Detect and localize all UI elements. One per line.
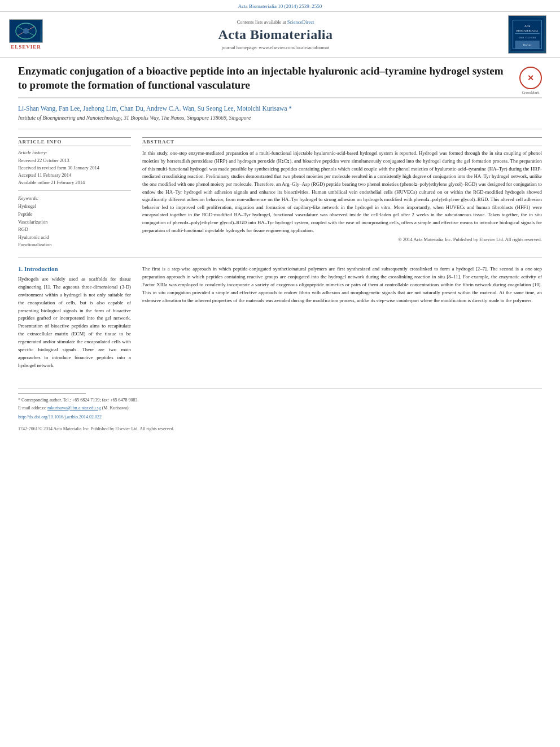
intro-heading: 1. Introduction (18, 265, 131, 272)
intro-paragraph-1: Hydrogels are widely used as scaffolds f… (18, 276, 131, 370)
footer-copyright: 1742-7061/© 2014 Acta Materialia Inc. Pu… (18, 426, 542, 431)
section-divider (18, 129, 542, 129)
received-date: Received 22 October 2013 (18, 157, 131, 164)
footer-links: http://dx.doi.org/10.1016/j.actbio.2014.… (18, 414, 542, 431)
abstract-copyright: © 2014 Acta Materialia Inc. Published by… (142, 237, 542, 242)
corresponding-note-text: * Corresponding author. Tel.: +65 6824 7… (18, 397, 138, 403)
sciencedirect-link[interactable]: ScienceDirect (287, 19, 314, 25)
keyword-rgd: RGD (18, 226, 131, 234)
corresponding-author-note: * Corresponding author. Tel.: +65 6824 7… (18, 397, 542, 403)
crossmark-label: CrossMark (519, 90, 542, 95)
intro-divider (18, 257, 542, 257)
svg-text:Acta: Acta (524, 24, 531, 28)
email-link[interactable]: mkurisawa@ibn.a-star.edu.sg (47, 405, 101, 410)
doi-link[interactable]: http://dx.doi.org/10.1016/j.actbio.2014.… (18, 414, 542, 420)
citation-bar: Acta Biomaterialia 10 (2014) 2539–2550 (0, 0, 560, 11)
keywords-title: Keywords: (18, 195, 131, 201)
article-title: Enzymatic conjugation of a bioactive pep… (18, 64, 519, 92)
accepted-date: Accepted 11 February 2014 (18, 172, 131, 179)
email-attribution: (M. Kurisawa). (102, 405, 130, 410)
abstract-text: In this study, one-step enzyme-mediated … (142, 150, 542, 234)
article-info-column: ARTICLE INFO Article history: Received 2… (18, 137, 131, 249)
page-footer: * Corresponding author. Tel.: +65 6824 7… (18, 388, 542, 437)
intro-left-col: 1. Introduction Hydrogels are widely use… (18, 265, 131, 373)
info-abstract-section: ARTICLE INFO Article history: Received 2… (18, 137, 542, 249)
journal-logo-right: Acta BIOMATERIALIA ISSN 1742-7061 Elsevi… (508, 15, 546, 54)
journal-homepage: journal homepage: www.elsevier.com/locat… (43, 45, 508, 50)
keyword-peptide: Peptide (18, 211, 131, 219)
elsevier-brand: ELSEVIER (11, 44, 41, 50)
main-content: Enzymatic conjugation of a bioactive pep… (0, 58, 560, 382)
crossmark-badge: CrossMark (519, 67, 542, 89)
keyword-hyaluronic: Hyaluronic acid (18, 234, 131, 242)
elsevier-logo-image (9, 19, 43, 43)
revised-date: Received in revised form 30 January 2014 (18, 164, 131, 172)
article-history: Article history: Received 22 October 201… (18, 150, 131, 186)
email-label: E-mail address: (18, 405, 46, 410)
crossmark-icon (519, 67, 542, 89)
affiliation: Institute of Bioengineering and Nanotech… (18, 115, 542, 121)
email-note: E-mail address: mkurisawa@ibn.a-star.edu… (18, 405, 542, 411)
footer-divider (18, 393, 86, 394)
journal-center: Contents lists available at ScienceDirec… (43, 19, 508, 50)
article-info-label: ARTICLE INFO (18, 137, 131, 146)
abstract-column: ABSTRACT In this study, one-step enzyme-… (142, 137, 542, 249)
svg-rect-9 (515, 33, 540, 34)
introduction-section: 1. Introduction Hydrogels are widely use… (18, 265, 542, 373)
keyword-vascularization: Vascularization (18, 219, 131, 226)
article-title-section: Enzymatic conjugation of a bioactive pep… (18, 64, 542, 98)
elsevier-logo: ELSEVIER (9, 19, 43, 50)
keyword-hydrogel: Hydrogel (18, 203, 131, 211)
svg-text:ISSN 1742-7061: ISSN 1742-7061 (519, 36, 536, 39)
keywords-section: Keywords: Hydrogel Peptide Vascularizati… (18, 195, 131, 249)
svg-text:Elsevier: Elsevier (523, 43, 532, 46)
journal-title: Acta Biomaterialia (43, 27, 508, 42)
intro-paragraph-2: The first is a step-wise approach in whi… (142, 265, 542, 304)
available-date: Available online 21 February 2014 (18, 179, 131, 186)
intro-right-col: The first is a step-wise approach in whi… (142, 265, 542, 373)
contents-line: Contents lists available at ScienceDirec… (43, 19, 508, 25)
keyword-functionalization: Functionalization (18, 241, 131, 249)
authors: Li-Shan Wang, Fan Lee, Jaehong Lim, Chan… (18, 104, 542, 113)
abstract-label: ABSTRACT (142, 137, 542, 146)
svg-point-4 (23, 28, 29, 34)
svg-text:BIOMATERIALIA: BIOMATERIALIA (517, 29, 539, 32)
journal-header: ELSEVIER Contents lists available at Sci… (0, 11, 560, 58)
citation-text: Acta Biomaterialia 10 (2014) 2539–2550 (238, 3, 322, 9)
abstract-paragraph: In this study, one-step enzyme-mediated … (142, 150, 542, 234)
history-title: Article history: (18, 150, 131, 155)
